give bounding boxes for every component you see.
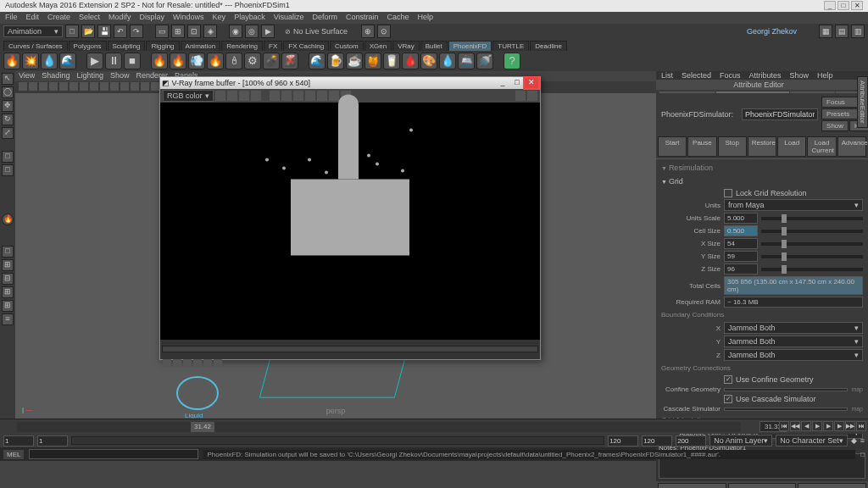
- shelf-preset4-icon[interactable]: 🔥: [207, 53, 224, 69]
- menu-cache[interactable]: Cache: [387, 13, 409, 23]
- shelf-tab-custom[interactable]: Custom: [330, 41, 364, 51]
- shelf-liq8-icon[interactable]: 💧: [439, 53, 456, 69]
- sim-load-button[interactable]: Load: [777, 136, 806, 157]
- layout-2v[interactable]: ⊞: [2, 286, 14, 298]
- ae-tab-help[interactable]: Help: [817, 71, 833, 80]
- layout-icon[interactable]: ▦: [819, 25, 832, 38]
- shelf-liq2-icon[interactable]: 🍺: [327, 53, 344, 69]
- select-tool[interactable]: ↖: [2, 73, 14, 85]
- vp-icon[interactable]: [39, 82, 47, 91]
- fps-field[interactable]: [676, 435, 706, 446]
- vfb-bottom-icon[interactable]: [193, 359, 202, 368]
- shelf-tab-vray[interactable]: VRay: [392, 41, 420, 51]
- vp-icon[interactable]: [29, 82, 37, 91]
- vfb-tool-icon[interactable]: [281, 91, 292, 101]
- grid-section-header[interactable]: Grid: [661, 175, 863, 188]
- shelf-tab-rigging[interactable]: Rigging: [146, 41, 179, 51]
- units-dropdown[interactable]: from Maya▾: [724, 199, 863, 211]
- shelf-preset3-icon[interactable]: 💨: [188, 53, 205, 69]
- layout-single[interactable]: □: [2, 246, 14, 258]
- ipr-icon[interactable]: ▶: [261, 25, 275, 38]
- zsize-slider[interactable]: [761, 268, 863, 271]
- go-start-button[interactable]: ⏮: [779, 421, 789, 431]
- range-end-field[interactable]: [642, 435, 672, 446]
- vp-icon[interactable]: [151, 82, 159, 91]
- copy-tab-button[interactable]: Copy Tab: [798, 483, 866, 488]
- layout-four[interactable]: ⊞: [2, 259, 14, 271]
- fire-tool-icon[interactable]: 🔥: [2, 214, 14, 225]
- confine-field[interactable]: [724, 388, 848, 391]
- menu-windows[interactable]: Windows: [173, 13, 204, 23]
- vfb-tool-icon[interactable]: [527, 91, 537, 101]
- workspace-dropdown[interactable]: Animation▾: [3, 25, 63, 37]
- menu-visualize[interactable]: Visualize: [274, 13, 304, 23]
- play-back-button[interactable]: ▶: [812, 421, 822, 431]
- menu-edit[interactable]: Edit: [26, 13, 40, 23]
- zsize-field[interactable]: 96: [724, 263, 758, 274]
- render-icon[interactable]: ◉: [229, 25, 242, 38]
- play-fwd-button[interactable]: ▶: [823, 421, 833, 431]
- tool2[interactable]: □: [2, 164, 14, 176]
- lock-grid-checkbox[interactable]: [724, 189, 732, 197]
- use-cascade-checkbox[interactable]: ✓: [724, 395, 732, 403]
- vfb-save-icon[interactable]: [251, 91, 261, 101]
- scale-tool[interactable]: ⤢: [2, 127, 14, 139]
- save-scene-icon[interactable]: 💾: [97, 25, 111, 38]
- shelf-liq4-icon[interactable]: 🍯: [364, 53, 381, 69]
- menu-deform[interactable]: Deform: [313, 13, 338, 23]
- show-button[interactable]: Show: [821, 120, 849, 131]
- shelf-tab-xgen[interactable]: XGen: [364, 41, 392, 51]
- shelf-liq10-icon[interactable]: 🚿: [476, 53, 493, 69]
- load-attrs-button[interactable]: Load Attributes: [728, 483, 797, 488]
- ae-tab-attributes[interactable]: Attributes: [749, 71, 782, 80]
- shelf-preset5-icon[interactable]: 🕯: [225, 53, 242, 69]
- shelf-tab-turtle[interactable]: TURTLE: [492, 41, 529, 51]
- layout-3[interactable]: ⊞: [2, 300, 14, 312]
- xsize-slider[interactable]: [761, 242, 863, 246]
- shelf-stop-button[interactable]: ■: [124, 53, 141, 69]
- outliner-icon[interactable]: ≡: [2, 313, 14, 325]
- liquid-source-node[interactable]: [176, 376, 219, 410]
- vp-icon[interactable]: [70, 82, 78, 91]
- menu-modify[interactable]: Modify: [108, 13, 131, 23]
- shelf-tab-fx[interactable]: FX: [264, 41, 282, 51]
- units-scale-slider[interactable]: [761, 217, 863, 220]
- undo-icon[interactable]: ↶: [114, 25, 127, 38]
- shelf-tab-bullet[interactable]: Bullet: [420, 41, 448, 51]
- rotate-tool[interactable]: ↻: [2, 114, 14, 125]
- menu-constrain[interactable]: Constrain: [346, 13, 379, 23]
- layout3-icon[interactable]: ▥: [851, 25, 865, 38]
- next-frame-button[interactable]: ▶: [834, 421, 844, 431]
- panel-view[interactable]: View: [19, 71, 35, 81]
- vp-icon[interactable]: [131, 82, 139, 91]
- shelf-tab-sculpting[interactable]: Sculpting: [108, 41, 146, 51]
- vp-icon[interactable]: [120, 82, 129, 91]
- panel-shading[interactable]: Shading: [42, 71, 70, 81]
- shelf-tab-fxcaching[interactable]: FX Caching: [283, 41, 329, 51]
- vfb-render-view[interactable]: [160, 103, 540, 340]
- use-confine-checkbox[interactable]: ✓: [724, 375, 732, 384]
- vfb-channel-dropdown[interactable]: RGB color▾: [163, 90, 214, 102]
- menu-file[interactable]: File: [5, 13, 18, 23]
- shelf-explosion-icon[interactable]: 💥: [22, 53, 39, 69]
- shelf-fire-icon[interactable]: 🔥: [3, 53, 20, 69]
- vfb-tool-icon[interactable]: [270, 91, 280, 101]
- cascade-field[interactable]: [724, 408, 848, 411]
- vfb-mono-icon[interactable]: [239, 91, 249, 101]
- vfb-bottom-icon[interactable]: [214, 359, 222, 368]
- ysize-field[interactable]: 59: [724, 251, 758, 262]
- open-scene-icon[interactable]: 📂: [81, 25, 95, 38]
- shelf-play-button[interactable]: ▶: [86, 53, 103, 69]
- map-button[interactable]: map: [851, 386, 863, 392]
- ae-tab-show[interactable]: Show: [790, 71, 810, 80]
- shelf-preset8-icon[interactable]: 🌋: [281, 53, 298, 69]
- shelf-tab-deadline[interactable]: Deadline: [530, 41, 567, 51]
- minimize-button[interactable]: _: [824, 1, 836, 10]
- redo-icon[interactable]: ↷: [130, 25, 143, 38]
- prev-frame-button[interactable]: ◀: [801, 421, 811, 431]
- ae-tab-focus[interactable]: Focus: [720, 71, 741, 80]
- anim-layer-dropdown[interactable]: No Anim Layer▾: [709, 435, 772, 446]
- vfb-tool-icon[interactable]: [329, 91, 339, 101]
- vfb-tool-icon[interactable]: [305, 91, 315, 101]
- shelf-liquid-icon[interactable]: 💧: [41, 53, 58, 69]
